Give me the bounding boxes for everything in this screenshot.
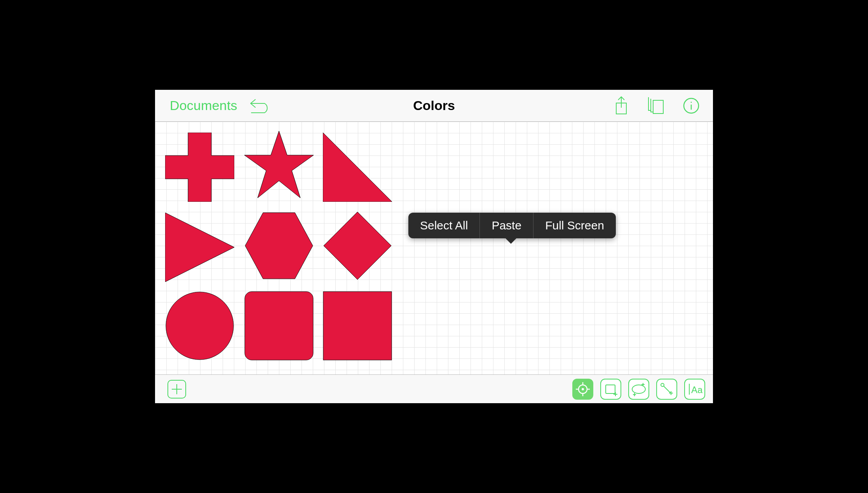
ellipse-tool-button[interactable]: [628, 379, 649, 400]
svg-rect-2: [653, 100, 663, 114]
rectangle-tool-button[interactable]: [600, 379, 621, 400]
menu-paste[interactable]: Paste: [479, 213, 533, 238]
share-button[interactable]: [614, 96, 629, 115]
undo-button[interactable]: [249, 98, 272, 114]
topbar-right: [614, 96, 709, 115]
svg-marker-8: [323, 133, 392, 202]
svg-point-18: [582, 388, 584, 390]
rectangle-plus-icon: [603, 381, 619, 397]
svg-marker-6: [165, 133, 234, 202]
svg-line-32: [664, 386, 671, 393]
freehand-target-icon: [575, 381, 591, 397]
svg-point-4: [691, 101, 692, 103]
shape-hexagon[interactable]: [244, 211, 314, 280]
bottom-toolbar: Aa: [155, 374, 713, 403]
svg-point-26: [632, 385, 645, 393]
shape-rounded-square[interactable]: [244, 291, 314, 360]
text-tool-button[interactable]: Aa: [684, 379, 705, 400]
undo-icon: [249, 98, 272, 114]
drawing-canvas[interactable]: Select All Paste Full Screen: [155, 122, 713, 374]
menu-full-screen[interactable]: Full Screen: [533, 213, 616, 238]
svg-marker-10: [245, 213, 313, 279]
line-plus-icon: [659, 381, 675, 397]
svg-marker-9: [165, 213, 234, 282]
text-icon: Aa: [687, 381, 702, 397]
app-window: Documents Colors: [151, 86, 717, 407]
documents-button[interactable]: Documents: [170, 98, 237, 113]
plus-icon: [171, 383, 183, 395]
freehand-tool-button[interactable]: [572, 379, 593, 400]
svg-point-12: [166, 292, 234, 360]
pages-button[interactable]: [647, 96, 665, 115]
shape-star[interactable]: [244, 131, 314, 201]
shape-play-triangle[interactable]: [165, 213, 234, 282]
line-tool-button[interactable]: [656, 379, 677, 400]
shape-square[interactable]: [323, 291, 392, 360]
pages-stack-icon: [647, 96, 665, 115]
context-menu: Select All Paste Full Screen: [408, 213, 616, 238]
text-tool-label: Aa: [691, 385, 702, 395]
svg-marker-11: [324, 212, 391, 280]
svg-rect-23: [606, 385, 615, 393]
svg-rect-13: [245, 292, 313, 360]
svg-point-31: [661, 383, 664, 386]
ellipse-plus-icon: [630, 381, 647, 397]
add-button[interactable]: [167, 380, 186, 399]
shape-cross[interactable]: [165, 133, 234, 202]
shape-right-triangle[interactable]: [323, 133, 392, 202]
top-toolbar: Documents Colors: [155, 90, 713, 122]
share-icon: [614, 96, 629, 115]
shape-circle[interactable]: [165, 291, 234, 360]
menu-select-all[interactable]: Select All: [408, 213, 479, 238]
info-icon: [683, 97, 700, 114]
shape-diamond[interactable]: [323, 211, 392, 280]
svg-rect-14: [323, 292, 392, 360]
svg-marker-7: [244, 131, 314, 198]
info-button[interactable]: [683, 97, 700, 114]
topbar-left: Documents: [159, 98, 272, 114]
